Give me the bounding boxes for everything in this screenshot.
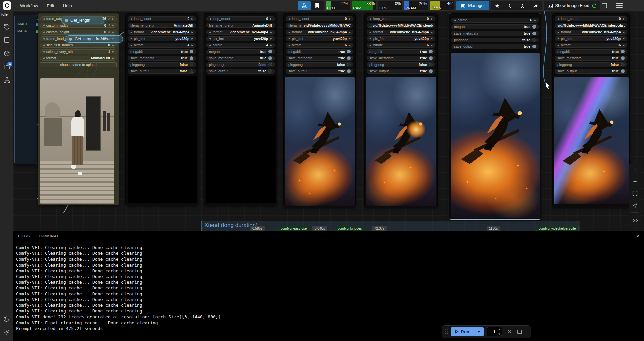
drag-handle[interactable]: [445, 329, 448, 334]
select-mode-button[interactable]: [629, 199, 641, 211]
widget-bitrate[interactable]: ◀bitrate6▶: [555, 43, 627, 48]
toggle-dot[interactable]: [190, 50, 193, 53]
widget-megabit[interactable]: megabittrue: [451, 24, 539, 30]
video-preview-empty[interactable]: [206, 76, 276, 203]
manager-button[interactable]: Manager: [456, 1, 489, 10]
widget-bitrate[interactable]: ◀bitrate4▶: [128, 43, 196, 48]
video-combine-node-1[interactable]: ◀loop_count0▶filename_prefixAnimateDiff◀…: [125, 13, 198, 205]
tab-terminal[interactable]: TERMINAL: [38, 234, 59, 238]
menu-workflow[interactable]: Workflow: [20, 3, 38, 8]
widget-bitrate[interactable]: ◀bitrate6▶: [286, 43, 353, 48]
batch-count-stepper[interactable]: 1 ▲▼: [487, 327, 502, 336]
pipeline-button-1[interactable]: [504, 1, 516, 10]
widget-format[interactable]: ◀formatvideo/nvenc_h264-mp4▶: [286, 30, 353, 35]
toggle-dot[interactable]: [429, 56, 433, 60]
show-image-feed-button[interactable]: Show Image Feed: [544, 1, 600, 10]
video-preview-empty[interactable]: [128, 76, 197, 203]
collapse-dot[interactable]: [65, 19, 68, 22]
widget-pingpong[interactable]: pingpongfalse: [555, 62, 627, 67]
close-panel-button[interactable]: ×: [636, 233, 639, 239]
widget-custom-height[interactable]: ◀custom_height0↺▶: [40, 30, 117, 35]
toggle-dot[interactable]: [621, 50, 625, 53]
run-button[interactable]: Run ▼: [451, 327, 484, 336]
run-options-caret[interactable]: ▼: [474, 330, 484, 334]
toggle-dot[interactable]: [190, 69, 193, 73]
toggle-dot[interactable]: [621, 69, 625, 73]
settings-button[interactable]: [0, 326, 13, 339]
widget-save-output[interactable]: save_outputfalse: [128, 69, 196, 74]
toggle-dot[interactable]: [532, 25, 536, 29]
widget-format[interactable]: ◀formatAnimateDiff▶: [40, 56, 117, 61]
video-preview-witch[interactable]: [451, 53, 540, 218]
widget-pix-fmt[interactable]: ◀pix_fmtyuv420p▶: [128, 36, 196, 41]
widget-save-output[interactable]: save_outputtrue: [286, 69, 353, 74]
toggle-dot[interactable]: [532, 32, 536, 35]
toggle-dot[interactable]: [429, 69, 433, 73]
toggle-dot[interactable]: [532, 45, 536, 48]
video-combine-node-vace[interactable]: ◀loop_count0▶filename...vid/%date:yyyyMM…: [283, 13, 356, 207]
widget-loop-count[interactable]: ◀loop_count0▶: [206, 16, 275, 21]
widget-select-every-nth[interactable]: ◀select_every_nth1▶: [40, 49, 117, 54]
step-down-icon[interactable]: ▼: [498, 333, 501, 336]
widget-save-metadata[interactable]: save_metadatatrue: [367, 56, 435, 61]
widget-filename-prefix[interactable]: filename_prefixAnimateDiff: [206, 23, 275, 28]
widget-value[interactable]: vid/%date:yyyyMMdd%/VACE-interpola ...: [555, 23, 627, 28]
widget-megabit[interactable]: megabittrue: [367, 49, 435, 54]
bookmark-button[interactable]: [311, 1, 324, 10]
widget-megabit[interactable]: megabittrue: [128, 49, 196, 54]
video-preview-witch[interactable]: [285, 77, 355, 206]
toggle-dot[interactable]: [268, 50, 272, 53]
widget-save-metadata[interactable]: save_metadatatrue: [128, 56, 196, 61]
share-button[interactable]: [529, 1, 542, 10]
widget-loop-count[interactable]: ◀loop_count0▶: [128, 16, 196, 21]
stop-button[interactable]: [517, 330, 522, 334]
widget-pix-fmt[interactable]: ◀pix_fmtyuv420p▶: [206, 36, 275, 41]
widget-megabit[interactable]: megabittrue: [555, 49, 627, 54]
toggle-dot[interactable]: [347, 50, 351, 53]
widget-filename-prefix[interactable]: filename_prefixAnimateDiff: [128, 23, 196, 28]
widget-filename[interactable]: filename...vid/%date:yyyyMMdd%/VACE: [286, 23, 353, 28]
video-combine-node-vace-xtended[interactable]: ◀loop_count0▶...vid/%date:yyyyMMdd%/VACE…: [364, 13, 438, 207]
beta-menu-button[interactable]: [298, 1, 311, 10]
widget-bitrate[interactable]: ◀bitrate6▶: [451, 18, 539, 23]
toggle-dot[interactable]: [532, 38, 536, 42]
video-preview-image[interactable]: [40, 78, 114, 204]
widget-megabit[interactable]: megabittrue: [206, 49, 275, 54]
widget-pix-fmt[interactable]: ◀pix_fmtyuv420p▶: [555, 36, 627, 41]
widget-format[interactable]: ◀formatvideo/nvenc_h264-mp4▶: [555, 30, 627, 35]
device-toggle-button[interactable]: [601, 2, 608, 9]
widget-loop-count[interactable]: ◀loop_count0▶: [286, 16, 353, 21]
fit-view-button[interactable]: [629, 187, 641, 199]
widget-skip-first-frames[interactable]: ◀skip_first_frames0▶: [40, 43, 117, 48]
widget-button-choose-video-to-upload[interactable]: choose video to upload: [40, 62, 117, 67]
comfyui-logo[interactable]: C: [3, 1, 11, 10]
zoom-in-button[interactable]: +: [629, 164, 641, 176]
toggle-dot[interactable]: [347, 69, 351, 73]
menu-edit[interactable]: Edit: [47, 3, 54, 8]
zoom-out-button[interactable]: −: [629, 176, 641, 187]
widget-save-metadata[interactable]: save_metadatatrue: [451, 31, 539, 36]
clear-queue-button[interactable]: ✕: [507, 328, 512, 335]
video-combine-node-2[interactable]: ◀loop_count0▶filename_prefixAnimateDiff◀…: [204, 13, 277, 205]
widget-save-output[interactable]: save_outputtrue: [555, 69, 627, 74]
widget-pingpong[interactable]: pingpongfalse: [128, 62, 196, 67]
widget-save-output[interactable]: save_outputtrue: [451, 44, 539, 49]
video-preview-witch[interactable]: [366, 77, 436, 206]
toggle-visibility-button[interactable]: [629, 215, 641, 226]
collapse-dot[interactable]: [69, 38, 72, 41]
widget-pix-fmt[interactable]: ◀pix_fmtyuv420p▶: [286, 36, 353, 41]
video-preview-witch[interactable]: [554, 77, 629, 204]
pipeline-button-2[interactable]: [516, 1, 529, 10]
sidebar-item-models[interactable]: [0, 47, 13, 60]
widget-bitrate[interactable]: ◀bitrate4▶: [206, 43, 275, 48]
widget-megabit[interactable]: megabittrue: [286, 49, 353, 54]
widget-pingpong[interactable]: pingpongfalse: [367, 62, 435, 67]
widget-save-metadata[interactable]: save_metadatatrue: [206, 56, 275, 61]
widget-pingpong[interactable]: pingpongfalse: [286, 62, 353, 67]
favorites-button[interactable]: ★: [491, 1, 504, 10]
sidebar-item-node-library[interactable]: [0, 73, 13, 87]
widget-loop-count[interactable]: ◀loop_count0▶: [367, 16, 435, 21]
toggle-dot[interactable]: [429, 50, 433, 53]
widget-format[interactable]: ◀formatvideo/nvenc_h264-mp4▶: [367, 30, 435, 35]
sidebar-item-logs[interactable]: [0, 33, 13, 47]
